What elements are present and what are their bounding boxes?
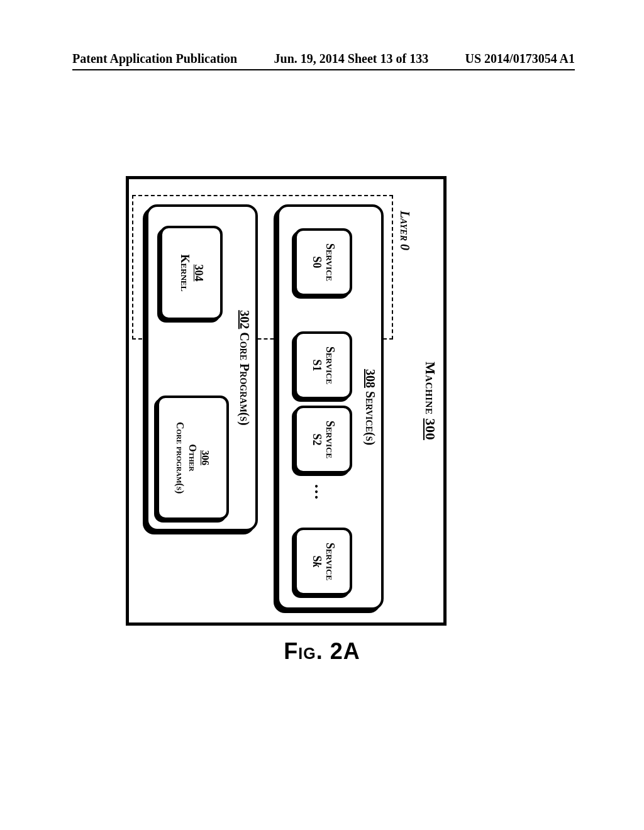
machine-title: Machine 300: [422, 179, 438, 622]
services-label: Service(s): [364, 391, 377, 445]
core-programs-label: Core Program(s): [238, 332, 252, 425]
service-s2-id: S2: [310, 433, 323, 445]
service-s1: Service S1: [294, 331, 352, 399]
services-box: 308 Service(s) Service S0 Service S1 Ser…: [277, 204, 384, 610]
other-core-programs-box: 306 Other Core program(s): [157, 396, 229, 520]
service-s0-id: S0: [310, 256, 323, 268]
layer0-label: Layer 0: [397, 211, 412, 250]
header-right: US 2014/0173054 A1: [465, 52, 575, 66]
page: Patent Application Publication Jun. 19, …: [0, 0, 644, 830]
kernel-box: 304 Kernel: [160, 226, 223, 320]
page-header: Patent Application Publication Jun. 19, …: [72, 52, 575, 66]
kernel-ref: 304: [191, 265, 205, 282]
header-left: Patent Application Publication: [72, 52, 237, 66]
other-core-label-line1: Other: [187, 444, 199, 472]
core-programs-ref: 302: [238, 310, 252, 329]
service-sk-label: Service: [323, 543, 336, 580]
service-s1-label: Service: [323, 346, 336, 384]
service-s0-label: Service: [323, 243, 336, 281]
machine-ref: 300: [423, 418, 438, 440]
figure-caption: Fig. 2A: [0, 638, 644, 665]
service-sk: Service Sk: [294, 528, 352, 595]
core-programs-title: 302 Core Program(s): [237, 207, 252, 529]
kernel-label: Kernel: [177, 255, 191, 292]
header-center: Jun. 19, 2014 Sheet 13 of 133: [274, 52, 429, 66]
machine-box: Machine 300 Layer 0 308 Service(s) Servi…: [126, 176, 447, 626]
header-rule: [72, 69, 575, 70]
services-ref: 308: [364, 369, 377, 388]
other-core-ref: 306: [199, 450, 212, 465]
service-s2-label: Service: [323, 421, 336, 458]
service-sk-id: Sk: [310, 555, 323, 567]
figure-caption-text: Fig. 2A: [284, 638, 360, 664]
machine-label: Machine: [423, 362, 438, 414]
figure-area: Machine 300 Layer 0 308 Service(s) Servi…: [126, 176, 447, 626]
figure-stage: Machine 300 Layer 0 308 Service(s) Servi…: [126, 176, 447, 626]
services-ellipsis: …: [311, 484, 330, 504]
service-s1-id: S1: [310, 359, 323, 371]
service-s2: Service S2: [294, 406, 352, 473]
core-programs-box: 302 Core Program(s) 304 Kernel 306 Other…: [146, 204, 258, 531]
page-header-row: Patent Application Publication Jun. 19, …: [72, 52, 575, 66]
service-s0: Service S0: [294, 228, 352, 296]
other-core-label-line2: Core program(s): [174, 422, 187, 494]
services-title: 308 Service(s): [363, 207, 377, 607]
